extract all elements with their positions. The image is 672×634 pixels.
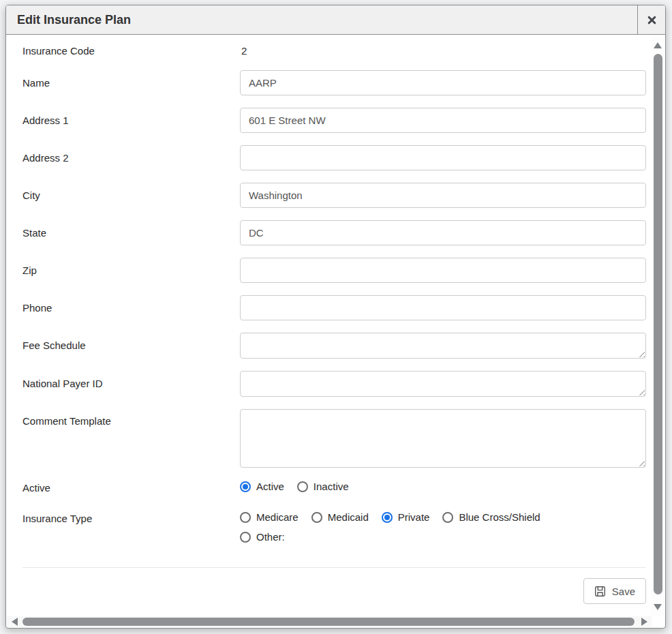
radio-option-medicaid[interactable]: Medicaid — [311, 511, 369, 524]
name-label: Name — [22, 76, 240, 90]
fee-schedule-textarea[interactable] — [240, 333, 646, 359]
insurance-type-options: MedicareMedicaidPrivateBlue Cross/Shield… — [240, 511, 646, 544]
address-2-label: Address 2 — [22, 151, 240, 165]
insurance-code-control: 2 — [240, 44, 646, 58]
national-payer-id-textarea-wrap — [240, 371, 646, 397]
radio-option-medicare[interactable]: Medicare — [240, 511, 299, 524]
state-control — [240, 220, 646, 245]
radio-group-insurance-type: Insurance TypeMedicareMedicaidPrivateBlu… — [22, 511, 646, 544]
address-2-control — [240, 145, 646, 170]
form-row-phone: Phone — [22, 295, 646, 320]
phone-label: Phone — [22, 301, 240, 315]
radio-option-blue-cross-shield[interactable]: Blue Cross/Shield — [442, 511, 540, 524]
radio-option-line: MedicareMedicaidPrivateBlue Cross/Shield — [240, 511, 646, 524]
form-fields: Insurance Code2NameAddress 1Address 2Cit… — [22, 44, 646, 468]
phone-input[interactable] — [240, 295, 646, 320]
comment-template-textarea[interactable] — [240, 409, 646, 468]
form-row-insurance-code: Insurance Code2 — [22, 44, 646, 58]
radio-option-label: Inactive — [314, 480, 349, 494]
address-1-input[interactable] — [240, 108, 646, 133]
radio-unchecked-icon[interactable] — [442, 512, 453, 523]
radio-option-other[interactable]: Other: — [240, 530, 285, 544]
dialog-footer: Save — [22, 568, 646, 604]
save-button-label: Save — [612, 586, 635, 597]
phone-control — [240, 295, 646, 320]
address-1-label: Address 1 — [22, 114, 240, 127]
radio-unchecked-icon[interactable] — [240, 532, 251, 543]
insurance-type-label: Insurance Type — [22, 511, 240, 526]
name-input[interactable] — [240, 70, 646, 95]
horizontal-scrollbar-thumb[interactable] — [22, 618, 635, 626]
close-button[interactable] — [637, 5, 665, 34]
radio-option-inactive[interactable]: Inactive — [297, 480, 349, 494]
close-icon — [647, 15, 657, 25]
scroll-left-icon[interactable] — [12, 618, 18, 626]
national-payer-id-textarea[interactable] — [240, 371, 646, 397]
radio-checked-icon[interactable] — [382, 512, 393, 523]
form-row-city: City — [22, 183, 646, 208]
form-row-name: Name — [22, 70, 646, 95]
active-label: Active — [22, 480, 240, 495]
radio-option-label: Medicaid — [328, 511, 369, 524]
address-1-control — [240, 108, 646, 133]
radio-option-label: Medicare — [256, 511, 299, 524]
vertical-scrollbar[interactable] — [652, 35, 665, 616]
radio-option-label: Active — [256, 480, 284, 494]
fee-schedule-textarea-wrap — [240, 333, 646, 359]
vertical-scrollbar-thumb[interactable] — [654, 54, 662, 594]
radio-option-label: Private — [398, 511, 430, 524]
comment-template-label: Comment Template — [22, 409, 240, 428]
radio-groups: ActiveActiveInactiveInsurance TypeMedica… — [22, 480, 646, 544]
city-input[interactable] — [240, 183, 646, 208]
form-row-fee-schedule: Fee Schedule — [22, 333, 646, 359]
radio-unchecked-icon[interactable] — [240, 512, 251, 523]
zip-input[interactable] — [240, 258, 646, 283]
radio-unchecked-icon[interactable] — [297, 481, 308, 492]
state-input[interactable] — [240, 220, 646, 245]
insurance-code-value: 2 — [240, 44, 646, 58]
save-icon — [594, 586, 606, 597]
radio-checked-icon[interactable] — [240, 481, 251, 492]
radio-group-active: ActiveActiveInactive — [22, 480, 646, 495]
zip-label: Zip — [22, 264, 240, 277]
national-payer-id-control — [240, 371, 646, 397]
form-row-zip: Zip — [22, 258, 646, 283]
city-label: City — [22, 189, 240, 202]
dialog-header: Edit Insurance Plan — [6, 5, 665, 35]
dialog-body: Insurance Code2NameAddress 1Address 2Cit… — [6, 35, 652, 616]
national-payer-id-label: National Payer ID — [22, 377, 240, 391]
scroll-down-icon[interactable] — [654, 604, 662, 610]
form-row-national-payer-id: National Payer ID — [22, 371, 646, 397]
insurance-code-label: Insurance Code — [22, 44, 240, 58]
radio-option-label: Blue Cross/Shield — [459, 511, 540, 524]
fee-schedule-label: Fee Schedule — [22, 339, 240, 352]
edit-insurance-plan-dialog: Edit Insurance Plan Insurance Code2NameA… — [5, 5, 666, 629]
state-label: State — [22, 226, 240, 240]
scroll-right-icon[interactable] — [641, 618, 647, 626]
city-control — [240, 183, 646, 208]
dialog-title: Edit Insurance Plan — [6, 13, 131, 27]
form-row-address-1: Address 1 — [22, 108, 646, 133]
form-row-comment-template: Comment Template — [22, 409, 646, 468]
radio-option-line: ActiveInactive — [240, 480, 646, 494]
radio-option-active[interactable]: Active — [240, 480, 284, 494]
radio-option-line: Other: — [240, 530, 646, 544]
scroll-up-icon[interactable] — [654, 42, 662, 48]
fee-schedule-control — [240, 333, 646, 359]
save-button[interactable]: Save — [583, 578, 646, 604]
zip-control — [240, 258, 646, 283]
horizontal-scrollbar[interactable] — [7, 616, 652, 627]
name-control — [240, 70, 646, 95]
active-options: ActiveInactive — [240, 480, 646, 494]
form-row-address-2: Address 2 — [22, 145, 646, 170]
radio-option-label: Other: — [256, 530, 285, 544]
radio-unchecked-icon[interactable] — [311, 512, 322, 523]
form-row-state: State — [22, 220, 646, 245]
address-2-input[interactable] — [240, 145, 646, 170]
comment-template-control — [240, 409, 646, 468]
comment-template-textarea-wrap — [240, 409, 646, 468]
radio-option-private[interactable]: Private — [382, 511, 430, 524]
